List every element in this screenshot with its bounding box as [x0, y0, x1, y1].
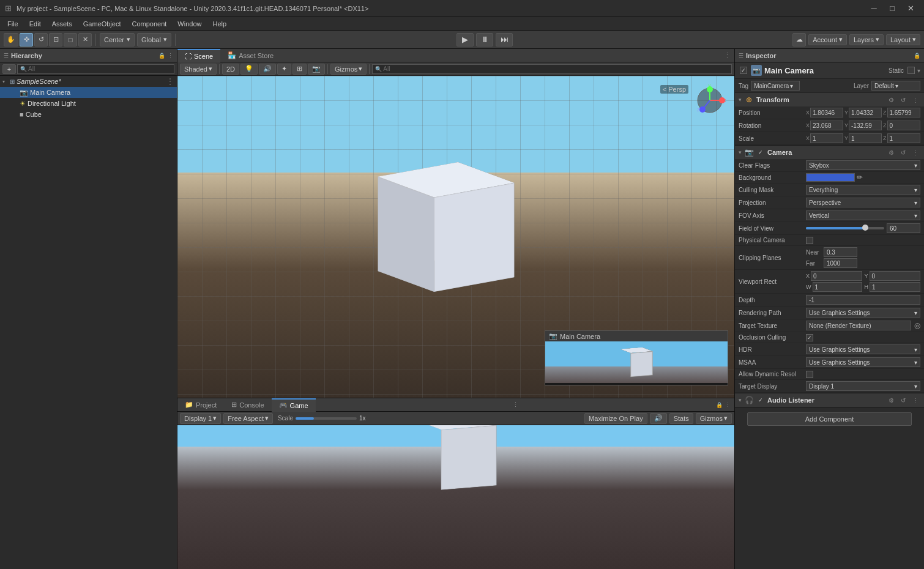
play-button[interactable]: ▶ [456, 33, 474, 46]
bottom-lock-icon[interactable]: 🔒 [716, 402, 723, 408]
hierarchy-lock[interactable]: 🔒 [158, 53, 165, 59]
layer-dropdown[interactable]: Default ▾ [871, 81, 920, 91]
color-picker-icon[interactable]: ✏ [857, 173, 863, 182]
tab-console[interactable]: ⊞ Console [224, 398, 271, 412]
add-gameobject-btn[interactable]: + [2, 64, 16, 74]
stats-btn[interactable]: Stats [669, 413, 693, 424]
fx-btn[interactable]: ✦ [277, 64, 291, 75]
menu-component[interactable]: Component [127, 19, 171, 29]
hand-tool[interactable]: ✋ [4, 33, 18, 46]
menu-gameobject[interactable]: GameObject [78, 19, 126, 29]
audio-listener-header[interactable]: ▾ 🎧 ✓ Audio Listener ⚙ ↺ ⋮ [735, 393, 924, 407]
maximize-btn[interactable]: Maximize On Play [584, 413, 647, 424]
tab-scene[interactable]: ⛶ Scene [177, 49, 220, 62]
hierarchy-menu[interactable]: ⋮ [168, 53, 173, 59]
layout-dropdown[interactable]: Layout ▾ [886, 34, 920, 45]
pos-y-field[interactable]: 1.04332 [849, 108, 882, 117]
global-dropdown[interactable]: Global ▾ [137, 33, 171, 46]
target-texture-field[interactable]: None (Render Texture) [806, 321, 911, 330]
cam-settings-icon[interactable]: ⚙ [886, 147, 896, 157]
rendering-path-dropdown[interactable]: Use Graphics Settings ▾ [806, 308, 920, 318]
step-button[interactable]: ⏭ [496, 33, 513, 46]
account-dropdown[interactable]: Account ▾ [808, 34, 847, 45]
scene-cube[interactable] [406, 173, 486, 281]
hierarchy-item-main-camera[interactable]: 📷 Main Camera [0, 87, 177, 98]
layers-dropdown[interactable]: Layers ▾ [849, 34, 884, 45]
move-tool[interactable]: ✜ [20, 33, 33, 46]
physical-checkbox[interactable] [806, 237, 813, 244]
projection-dropdown[interactable]: Perspective ▾ [806, 198, 920, 207]
rotate-tool[interactable]: ↺ [34, 33, 48, 46]
fov-slider[interactable] [806, 227, 884, 229]
transform-settings-icon[interactable]: ⚙ [886, 95, 896, 105]
culling-mask-dropdown[interactable]: Everything ▾ [806, 185, 920, 195]
rot-z-field[interactable]: 0 [887, 121, 921, 130]
rot-x-field[interactable]: 23.068 [810, 121, 843, 130]
hierarchy-item-cube[interactable]: ■ Cube [0, 109, 177, 120]
aspect-dropdown[interactable]: Free Aspect ▾ [223, 413, 273, 424]
vp-w-field[interactable]: 1 [813, 282, 862, 292]
hierarchy-search[interactable]: 🔍 All [17, 64, 174, 74]
minimize-button[interactable]: ─ [865, 2, 882, 15]
tab-asset-store[interactable]: 🏪 Asset Store [220, 49, 281, 62]
audio-refresh-icon[interactable]: ↺ [898, 395, 908, 405]
2d-btn[interactable]: 2D [222, 64, 239, 75]
msaa-dropdown[interactable]: Use Graphics Settings ▾ [806, 357, 920, 367]
lighting-btn[interactable]: 💡 [240, 64, 258, 75]
fov-value-field[interactable]: 60 [887, 223, 920, 233]
render-btn[interactable]: 📷 [308, 64, 325, 75]
menu-help[interactable]: Help [207, 19, 231, 29]
hierarchy-scene-item[interactable]: ▾ ⊞ SampleScene* ⋮ [0, 76, 177, 87]
near-field[interactable]: 0.3 [824, 247, 857, 257]
gizmos-scene-btn[interactable]: Gizmos ▾ [330, 64, 367, 75]
background-color[interactable] [806, 173, 855, 182]
hdr-dropdown[interactable]: Use Graphics Settings ▾ [806, 344, 920, 354]
scale-z-field[interactable]: 1 [887, 133, 921, 143]
camera-header[interactable]: ▾ 📷 ✓ Camera ⚙ ↺ ⋮ [735, 146, 924, 159]
bottom-tab-more[interactable]: ⋮ [509, 401, 523, 409]
audio-toggle[interactable]: 🔊 [650, 413, 667, 424]
rot-y-field[interactable]: -132.59 [849, 121, 882, 130]
center-dropdown[interactable]: Center ▾ [100, 33, 135, 46]
audio-more-icon[interactable]: ⋮ [911, 395, 920, 405]
hierarchy-item-dir-light[interactable]: ☀ Directional Light [0, 98, 177, 109]
vp-h-field[interactable]: 1 [870, 282, 920, 292]
collab-btn[interactable]: ☁ [792, 33, 806, 46]
display-dropdown[interactable]: Display 1 ▾ [180, 413, 221, 424]
scale-x-field[interactable]: 1 [810, 133, 843, 143]
tag-dropdown[interactable]: MainCamera ▾ [751, 81, 800, 91]
menu-file[interactable]: File [2, 19, 23, 29]
scale-y-field[interactable]: 1 [849, 133, 882, 143]
scene-gizmo[interactable]: X Y Z [691, 82, 728, 119]
depth-field[interactable]: -1 [806, 295, 920, 305]
fov-axis-dropdown[interactable]: Vertical ▾ [806, 210, 920, 220]
scene-search[interactable]: 🔍 All [372, 64, 732, 74]
scale-slider[interactable] [296, 417, 357, 420]
gizmos-game-btn[interactable]: Gizmos ▾ [696, 413, 732, 424]
pause-button[interactable]: ⏸ [476, 33, 493, 46]
view-tab-more[interactable]: ⋮ [720, 51, 734, 59]
static-checkbox[interactable] [907, 67, 915, 74]
cam-more-icon[interactable]: ⋮ [911, 147, 920, 157]
grid-btn[interactable]: ⊞ [292, 64, 307, 75]
bottom-menu-icon[interactable]: ⋮ [725, 402, 731, 408]
clear-flags-dropdown[interactable]: Skybox ▾ [806, 160, 920, 170]
static-arrow[interactable]: ▾ [917, 67, 920, 74]
maximize-button[interactable]: □ [884, 2, 901, 15]
audio-enable[interactable]: ✓ [756, 396, 765, 404]
menu-edit[interactable]: Edit [24, 19, 46, 29]
target-display-dropdown[interactable]: Display 1 ▾ [806, 381, 920, 391]
menu-window[interactable]: Window [173, 19, 206, 29]
transform-header[interactable]: ▾ ⊕ Transform ⚙ ↺ ⋮ [735, 93, 924, 106]
tab-game[interactable]: 🎮 Game [272, 398, 316, 412]
audio-btn[interactable]: 🔊 [259, 64, 276, 75]
shading-dropdown[interactable]: Shaded ▾ [180, 64, 217, 75]
target-texture-pick[interactable]: ◎ [914, 321, 920, 330]
close-button[interactable]: ✕ [902, 2, 919, 15]
far-field[interactable]: 1000 [824, 258, 857, 268]
vp-x-field[interactable]: 0 [811, 271, 862, 281]
rect-tool[interactable]: □ [64, 33, 77, 46]
allow-dyn-checkbox[interactable] [806, 371, 813, 378]
audio-settings-icon[interactable]: ⚙ [886, 395, 896, 405]
fov-thumb[interactable] [862, 225, 868, 231]
